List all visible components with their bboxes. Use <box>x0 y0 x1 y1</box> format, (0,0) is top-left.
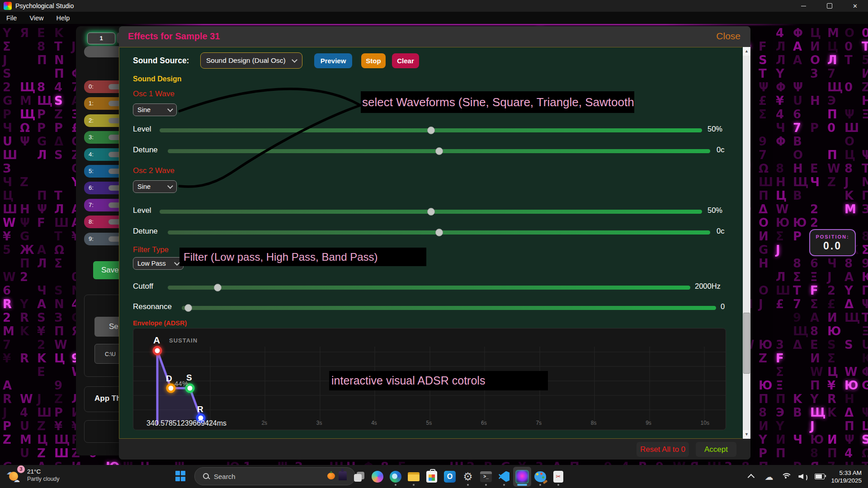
matrix-glyph: 4 <box>54 80 62 94</box>
matrix-glyph: T <box>54 189 62 202</box>
osc2-wave-value: Sine <box>137 183 151 190</box>
stop-button[interactable]: Stop <box>361 53 386 68</box>
menu-help[interactable]: Help <box>50 14 76 22</box>
sound-source-label: Sound Source: <box>133 56 189 66</box>
track-label: 4: <box>89 151 94 158</box>
accept-button[interactable]: Accept <box>696 442 736 457</box>
battery-icon[interactable] <box>815 474 825 479</box>
slider-thumb[interactable] <box>435 147 443 155</box>
menu-file[interactable]: File <box>0 14 23 22</box>
matrix-glyph: Ш <box>759 175 773 189</box>
dialog-close-button[interactable]: Close <box>716 31 741 42</box>
taskbar-settings[interactable]: ⚙ <box>459 467 477 487</box>
taskbar-outlook[interactable]: O <box>441 467 459 487</box>
matrix-glyph: T <box>793 284 801 297</box>
track-label: 9: <box>89 235 94 242</box>
dialog-scrollbar[interactable]: ▲ ▼ <box>743 47 750 439</box>
sample-tab-1[interactable]: 1 <box>87 33 115 44</box>
reset-all-button[interactable]: Reset All to 0 <box>637 442 689 457</box>
attack-handle[interactable] <box>154 347 161 354</box>
osc2-wave-select[interactable]: Sine <box>133 180 177 193</box>
taskbar-psychological-studio[interactable] <box>513 467 531 487</box>
matrix-glyph: J <box>776 243 780 257</box>
scrollbar-thumb[interactable] <box>743 313 750 374</box>
menu-view[interactable]: View <box>23 14 50 22</box>
weather-widget[interactable]: ☁ ☁ 3 21°C Partly cloudy <box>6 466 60 484</box>
slider-thumb[interactable] <box>214 284 222 291</box>
attack-time-readout: 340.57851239669424ms <box>146 419 226 427</box>
matrix-glyph: M <box>844 202 856 216</box>
volume-icon[interactable] <box>798 473 807 480</box>
cutoff-slider[interactable] <box>168 286 690 290</box>
castle-emoji-icon <box>339 471 347 480</box>
matrix-glyph: 0 <box>844 40 853 53</box>
matrix-glyph: Ш <box>3 202 17 216</box>
osc1-wave-select[interactable]: Sine <box>133 103 177 116</box>
pumpkin-emoji-icon <box>327 473 335 479</box>
tray-date: 10/19/2025 <box>831 477 862 484</box>
tray-overflow-chevron-icon[interactable] <box>748 474 755 481</box>
maximize-button[interactable] <box>816 0 842 12</box>
matrix-glyph: 8 <box>37 80 45 94</box>
matrix-glyph: Y <box>3 26 11 40</box>
scroll-down-icon[interactable]: ▼ <box>743 430 750 439</box>
matrix-glyph: G <box>37 135 47 148</box>
sustain-label: S <box>186 373 192 382</box>
clear-button[interactable]: Clear <box>392 53 419 68</box>
start-button[interactable] <box>175 471 186 481</box>
taskbar-vscode[interactable] <box>495 467 513 487</box>
matrix-glyph: J <box>3 53 7 67</box>
osc1-level-slider[interactable] <box>160 128 702 132</box>
matrix-glyph: S <box>54 284 63 297</box>
matrix-glyph: Z <box>37 419 46 433</box>
slider-thumb[interactable] <box>427 127 435 134</box>
matrix-glyph: Z <box>759 352 767 365</box>
matrix-glyph: A <box>793 53 802 67</box>
matrix-glyph: W <box>54 338 67 352</box>
osc1-detune-slider[interactable] <box>168 149 710 153</box>
matrix-glyph: Π <box>759 189 769 202</box>
taskbar-edge[interactable] <box>387 467 405 487</box>
matrix-glyph: Ю <box>862 352 868 365</box>
osc2-detune-slider[interactable] <box>168 230 710 235</box>
matrix-glyph: B <box>793 189 802 202</box>
resonance-slider[interactable] <box>182 306 716 310</box>
matrix-glyph: Ч <box>3 175 12 189</box>
osc2-level-slider[interactable] <box>160 210 702 214</box>
taskbar-store[interactable] <box>423 467 441 487</box>
wifi-icon[interactable] <box>781 473 791 480</box>
matrix-glyph: Φ <box>776 135 786 148</box>
taskbar-file-explorer[interactable] <box>405 467 423 487</box>
preview-button[interactable]: Preview <box>314 53 352 68</box>
slider-thumb[interactable] <box>435 229 443 236</box>
axis-tick: 2s <box>261 420 267 426</box>
slider-thumb[interactable] <box>427 208 435 216</box>
dialog-title: Effects for Sample 31 <box>128 31 220 42</box>
taskbar-snipping-tool[interactable]: ✂ <box>549 467 567 487</box>
decay-handle[interactable] <box>167 385 175 392</box>
onedrive-icon[interactable]: ☁ <box>764 472 773 482</box>
matrix-glyph: R <box>20 311 29 324</box>
filter-type-select[interactable]: Low Pass <box>133 257 184 270</box>
matrix-glyph: B <box>793 406 802 419</box>
matrix-glyph: Щ <box>20 80 35 94</box>
taskbar-task-view[interactable] <box>350 467 368 487</box>
sound-source-select[interactable]: Sound Design (Dual Osc) <box>200 52 302 69</box>
taskbar-terminal[interactable]: >_ <box>477 467 495 487</box>
search-placeholder: Search <box>214 473 236 480</box>
scroll-up-icon[interactable]: ▲ <box>743 47 750 56</box>
matrix-glyph: Ψ <box>862 406 868 419</box>
paint-icon <box>534 471 546 482</box>
clock[interactable]: 5:33 AM 10/19/2025 <box>831 469 862 484</box>
minimize-button[interactable] <box>791 0 816 12</box>
osc1-wave-label: Osc 1 Wave <box>133 89 175 99</box>
search-box[interactable]: Search <box>194 467 355 485</box>
matrix-glyph: Ξ <box>862 324 868 338</box>
matrix-glyph: ¥ <box>37 324 45 338</box>
matrix-glyph: Σ <box>810 297 818 311</box>
close-window-button[interactable]: ✕ <box>842 0 868 12</box>
taskbar-copilot[interactable] <box>368 467 387 487</box>
matrix-glyph: П <box>54 67 64 80</box>
notification-badge: 3 <box>17 465 25 473</box>
taskbar-paint[interactable] <box>531 467 549 487</box>
